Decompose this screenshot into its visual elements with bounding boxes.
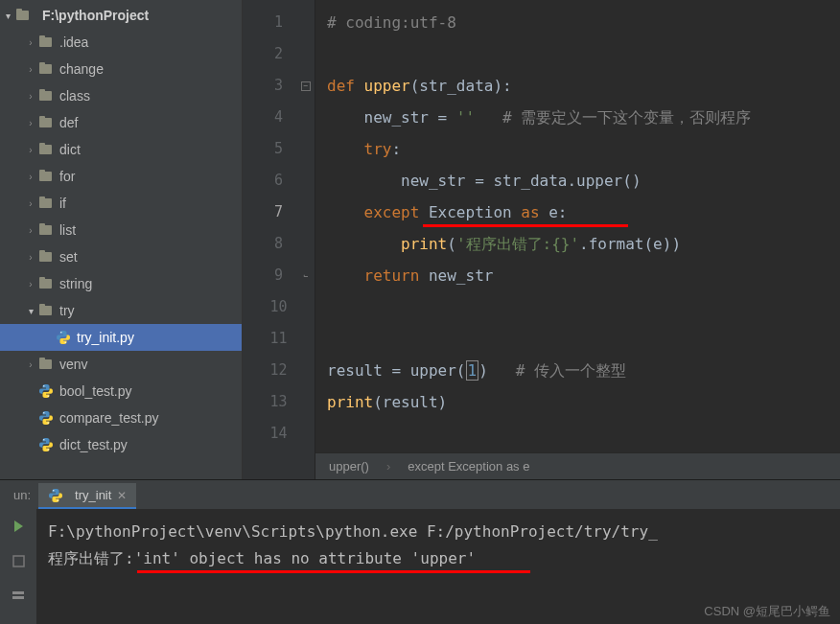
stop-button[interactable] (7, 549, 30, 572)
tree-item[interactable]: ▾try (0, 297, 242, 324)
tree-root[interactable]: ▾ F:\pythonProject (0, 2, 242, 29)
console-line: 程序出错了:'int' object has no attribute 'upp… (48, 545, 828, 572)
folder-icon (38, 276, 54, 291)
tree-item[interactable]: ›venv (0, 351, 242, 378)
tree-item-label: change (59, 61, 104, 77)
code-editor[interactable]: 123−456789⌙1011121314 # coding:utf-8def … (243, 0, 840, 479)
line-number: 14 (243, 418, 315, 450)
code-line[interactable] (327, 418, 840, 450)
python-icon (38, 437, 54, 452)
code-line[interactable]: new_str = str_data.upper() (327, 165, 840, 196)
tree-item[interactable]: ›.idea (0, 29, 242, 56)
code-line[interactable]: result = upper(1) # 传入一个整型 (327, 355, 840, 386)
tree-item[interactable]: ›class (0, 82, 242, 109)
code-line[interactable]: print(result) (327, 386, 840, 418)
fold-icon[interactable]: − (301, 81, 311, 91)
svg-point-1 (64, 342, 65, 343)
folder-icon (38, 169, 54, 184)
tree-item[interactable]: compare_test.py (0, 404, 242, 431)
gutter: 123−456789⌙1011121314 (243, 0, 315, 479)
tree-item-label: compare_test.py (59, 410, 159, 426)
code-line[interactable]: new_str = '' # 需要定义一下这个变量，否则程序 (327, 102, 840, 133)
tree-item[interactable]: ›def (0, 109, 242, 136)
tree-item-label: string (59, 276, 92, 291)
layout-button[interactable] (7, 584, 30, 607)
breadcrumb[interactable]: upper() › except Exception as e (315, 452, 840, 479)
svg-point-7 (47, 450, 48, 451)
svg-rect-12 (12, 596, 24, 599)
folder-icon (38, 142, 54, 157)
line-number: 2 (243, 38, 315, 70)
tree-item-label: dict (59, 142, 81, 157)
folder-icon (38, 35, 54, 50)
tree-item[interactable]: ›string (0, 270, 242, 297)
chevron-right-icon: › (23, 252, 38, 263)
fold-end-icon: ⌙ (301, 271, 311, 281)
line-number: 1 (243, 7, 315, 38)
run-label: un: (6, 488, 38, 502)
line-number: 3− (243, 70, 315, 102)
error-underline (137, 570, 530, 573)
close-icon[interactable]: ✕ (117, 489, 127, 502)
tree-item[interactable]: bool_test.py (0, 378, 242, 404)
tree-item[interactable]: ›for (0, 163, 242, 190)
line-number: 13 (243, 386, 315, 418)
run-tab-bar: un: try_init ✕ (0, 480, 840, 509)
project-tree[interactable]: ▾ F:\pythonProject ›.idea›change›class›d… (0, 0, 243, 479)
chevron-right-icon: › (23, 172, 38, 182)
chevron-right-icon: › (386, 459, 390, 474)
breadcrumb-item[interactable]: except Exception as e (408, 459, 529, 474)
run-tab[interactable]: try_init ✕ (38, 483, 136, 509)
run-toolbar (0, 509, 36, 624)
chevron-right-icon: › (23, 37, 38, 48)
code-line[interactable]: except Exception as e: (327, 196, 840, 228)
code-line[interactable] (327, 323, 840, 355)
python-icon (48, 488, 63, 503)
tree-item[interactable]: ›dict (0, 136, 242, 163)
line-number: 6 (243, 165, 315, 196)
console-line: F:\pythonProject\venv\Scripts\python.exe… (48, 519, 828, 545)
code-line[interactable] (327, 291, 840, 323)
python-icon (38, 383, 54, 399)
folder-icon (38, 115, 54, 130)
svg-point-6 (43, 439, 44, 440)
code-area[interactable]: # coding:utf-8def upper(str_data): new_s… (315, 0, 840, 479)
chevron-right-icon: › (23, 279, 38, 289)
tree-item-label: list (59, 222, 76, 238)
code-line[interactable]: try: (327, 133, 840, 165)
svg-rect-10 (13, 556, 24, 566)
tree-item[interactable]: ›if (0, 190, 242, 217)
tree-item[interactable]: ›list (0, 217, 242, 243)
tree-item[interactable]: ›set (0, 243, 242, 270)
code-line[interactable] (327, 38, 840, 70)
chevron-right-icon: › (23, 91, 38, 102)
code-line[interactable]: print('程序出错了:{}'.format(e)) (327, 228, 840, 260)
chevron-down-icon: ▾ (23, 306, 38, 316)
watermark: CSDN @短尾巴小鳄鱼 (704, 603, 830, 620)
chevron-right-icon: › (23, 145, 38, 155)
tree-item[interactable]: ›change (0, 56, 242, 82)
line-number: 8 (243, 228, 315, 260)
code-line[interactable]: # coding:utf-8 (327, 7, 840, 38)
line-number: 5 (243, 133, 315, 165)
rerun-button[interactable] (7, 515, 30, 538)
line-number: 10 (243, 291, 315, 323)
folder-icon (38, 303, 54, 318)
svg-point-5 (47, 423, 48, 424)
folder-icon (38, 88, 54, 104)
chevron-right-icon: › (23, 64, 38, 75)
code-line[interactable]: return new_str (327, 260, 840, 291)
tree-item[interactable]: try_init.py (0, 324, 242, 351)
breadcrumb-item[interactable]: upper() (329, 459, 369, 474)
folder-icon (15, 8, 31, 23)
folder-icon (38, 249, 54, 265)
code-line[interactable]: def upper(str_data): (327, 70, 840, 102)
line-number: 7 (243, 196, 315, 228)
svg-point-8 (53, 490, 54, 491)
chevron-down-icon: ▾ (0, 11, 15, 21)
tree-item-label: dict_test.py (59, 437, 128, 452)
python-icon (56, 330, 71, 345)
tree-root-label: F:\pythonProject (36, 8, 149, 23)
svg-point-9 (58, 499, 58, 500)
tree-item[interactable]: dict_test.py (0, 431, 242, 458)
